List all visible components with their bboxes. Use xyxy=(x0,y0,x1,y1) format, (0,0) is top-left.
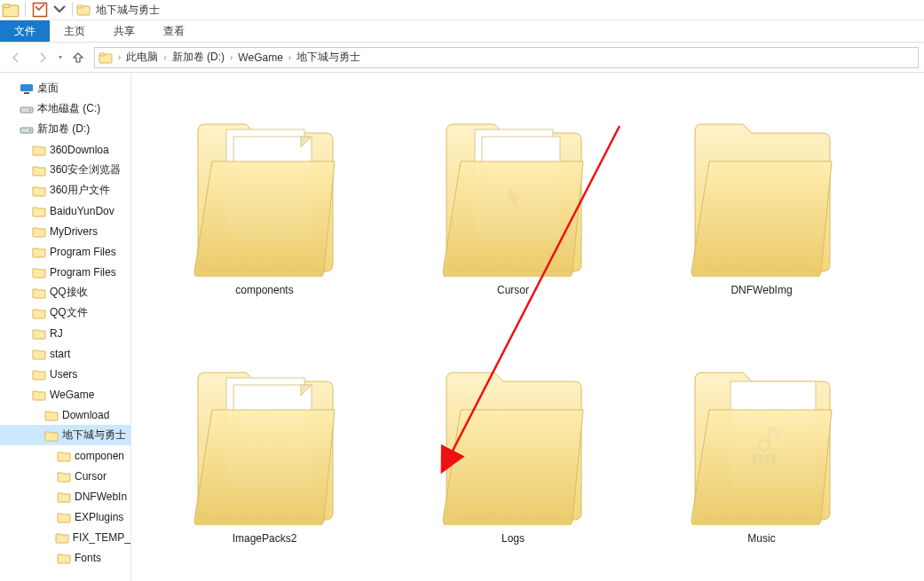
ribbon-tab-view[interactable]: 查看 xyxy=(149,20,199,42)
sidebar-item-label: Cursor xyxy=(75,470,107,483)
sidebar-item[interactable]: Fonts xyxy=(0,547,130,568)
sidebar-item[interactable]: WeGame xyxy=(0,384,130,404)
svg-point-10 xyxy=(29,109,31,111)
chevron-right-icon[interactable]: › xyxy=(160,52,170,62)
sidebar-item[interactable]: DNFWebIn xyxy=(0,486,130,506)
svg-point-12 xyxy=(29,130,31,131)
sidebar-item[interactable]: Program Files xyxy=(0,241,130,262)
folder-icon xyxy=(438,348,588,525)
sidebar-item-label: RJ xyxy=(50,327,63,340)
sidebar-item-label: 360Downloa xyxy=(50,144,109,156)
sidebar-item-label: MyDrivers xyxy=(50,225,98,238)
sidebar-item[interactable]: Cursor xyxy=(0,466,130,486)
sidebar-item-label: 桌面 xyxy=(37,81,59,96)
address-folder-icon xyxy=(99,51,113,65)
sidebar-item[interactable]: Download xyxy=(0,404,130,425)
window-folder-icon xyxy=(76,3,91,17)
window-title: 地下城与勇士 xyxy=(96,3,160,18)
nav-forward-button[interactable] xyxy=(32,47,53,68)
title-bar: 地下城与勇士 xyxy=(0,0,924,20)
sidebar-item[interactable]: 本地磁盘 (C:) xyxy=(0,98,130,119)
sidebar-item-label: Download xyxy=(62,409,109,421)
sidebar-item[interactable]: 360用户文件 xyxy=(0,180,130,200)
breadcrumb-item[interactable]: WeGame xyxy=(238,51,282,64)
sidebar-item[interactable]: 地下城与勇士 xyxy=(0,425,130,445)
sidebar-item[interactable]: BaiduYunDov xyxy=(0,200,130,221)
sidebar-item-label: componen xyxy=(75,450,124,462)
explorer-body: 桌面本地磁盘 (C:)新加卷 (D:)360Downloa360安全浏览器360… xyxy=(0,73,924,581)
folder-label: Music xyxy=(747,532,775,545)
separator xyxy=(72,3,73,17)
folder-icon xyxy=(189,99,340,277)
sidebar-item-label: Users xyxy=(50,368,77,381)
folder-icon xyxy=(189,348,340,525)
breadcrumb-item[interactable]: 此电脑 xyxy=(126,50,158,65)
chevron-right-icon[interactable]: › xyxy=(285,52,295,62)
ribbon-tab-share[interactable]: 共享 xyxy=(99,20,149,42)
sidebar-item-label: EXPlugins xyxy=(75,511,123,523)
chevron-right-icon[interactable]: › xyxy=(115,52,124,62)
folder-icon: ▮▮▮▮ xyxy=(686,348,837,525)
sidebar-item-label: 本地磁盘 (C:) xyxy=(37,101,100,116)
nav-sidebar[interactable]: 桌面本地磁盘 (C:)新加卷 (D:)360Downloa360安全浏览器360… xyxy=(0,73,131,581)
properties-icon[interactable] xyxy=(31,1,49,19)
sidebar-item-label: WeGame xyxy=(50,389,94,401)
nav-back-button[interactable] xyxy=(5,47,27,68)
nav-history-dropdown[interactable]: ▾ xyxy=(59,53,62,61)
qat-dropdown-icon[interactable] xyxy=(51,1,68,19)
sidebar-item-label: 地下城与勇士 xyxy=(62,428,126,443)
folder-item[interactable]: Cursor xyxy=(389,83,637,332)
folder-label: ImagePacks2 xyxy=(233,532,297,545)
sidebar-item[interactable]: QQ接收 xyxy=(0,282,130,302)
folder-label: DNFWebImg xyxy=(731,284,792,296)
folder-app-icon xyxy=(2,1,20,19)
sidebar-item[interactable]: FIX_TEMP_ xyxy=(0,527,130,547)
sidebar-item[interactable]: RJ xyxy=(0,323,130,343)
ribbon-tab-home[interactable]: 主页 xyxy=(50,20,99,42)
sidebar-item[interactable]: 360安全浏览器 xyxy=(0,160,130,180)
svg-rect-2 xyxy=(34,4,47,17)
sidebar-item-label: 360安全浏览器 xyxy=(50,162,121,177)
sidebar-item[interactable]: componen xyxy=(0,445,130,466)
breadcrumb-item[interactable]: 地下城与勇士 xyxy=(296,50,360,65)
sidebar-item-label: DNFWebIn xyxy=(75,491,127,503)
svg-rect-7 xyxy=(20,84,33,91)
sidebar-item-label: start xyxy=(50,348,70,360)
quick-access-toolbar xyxy=(2,1,68,19)
svg-rect-8 xyxy=(24,92,29,94)
ribbon-file-tab[interactable]: 文件 xyxy=(0,20,50,42)
sidebar-item-label: QQ文件 xyxy=(50,305,88,320)
folder-item[interactable]: ImagePacks2 xyxy=(140,332,389,580)
folder-item[interactable]: components xyxy=(140,83,389,332)
sidebar-item[interactable]: 桌面 xyxy=(0,78,130,98)
folder-icon xyxy=(686,99,837,277)
ribbon: 文件 主页 共享 查看 xyxy=(0,20,924,43)
separator xyxy=(25,3,26,17)
folder-item[interactable]: ▮▮▮▮ Music xyxy=(637,332,886,580)
svg-rect-6 xyxy=(99,53,105,56)
sidebar-item[interactable]: start xyxy=(0,343,130,364)
folder-item[interactable]: Logs xyxy=(389,332,637,580)
sidebar-item[interactable]: MyDrivers xyxy=(0,221,130,241)
breadcrumb-item[interactable]: 新加卷 (D:) xyxy=(172,50,225,65)
sidebar-item[interactable]: Users xyxy=(0,364,130,384)
nav-bar: ▾ › 此电脑 › 新加卷 (D:) › WeGame › 地下城与勇士 xyxy=(0,43,924,73)
sidebar-item-label: Program Files xyxy=(50,246,116,258)
content-pane[interactable]: components Cursor DNFWebImg xyxy=(131,73,924,581)
nav-up-button[interactable] xyxy=(67,47,89,68)
folder-item[interactable]: DNFWebImg xyxy=(637,83,886,332)
folder-label: Logs xyxy=(501,532,525,545)
sidebar-item[interactable]: EXPlugins xyxy=(0,506,130,527)
folder-icon xyxy=(438,99,588,277)
svg-rect-1 xyxy=(3,4,10,8)
folder-label: components xyxy=(235,284,293,296)
chevron-right-icon[interactable]: › xyxy=(226,52,236,62)
sidebar-item[interactable]: 360Downloa xyxy=(0,139,130,160)
items-grid: components Cursor DNFWebImg xyxy=(131,73,924,581)
address-bar[interactable]: › 此电脑 › 新加卷 (D:) › WeGame › 地下城与勇士 xyxy=(94,47,919,68)
sidebar-item[interactable]: QQ文件 xyxy=(0,302,130,323)
svg-rect-4 xyxy=(77,5,83,8)
sidebar-item-label: Fonts xyxy=(75,552,101,564)
sidebar-item[interactable]: 新加卷 (D:) xyxy=(0,119,130,139)
sidebar-item[interactable]: Program Files xyxy=(0,262,130,282)
